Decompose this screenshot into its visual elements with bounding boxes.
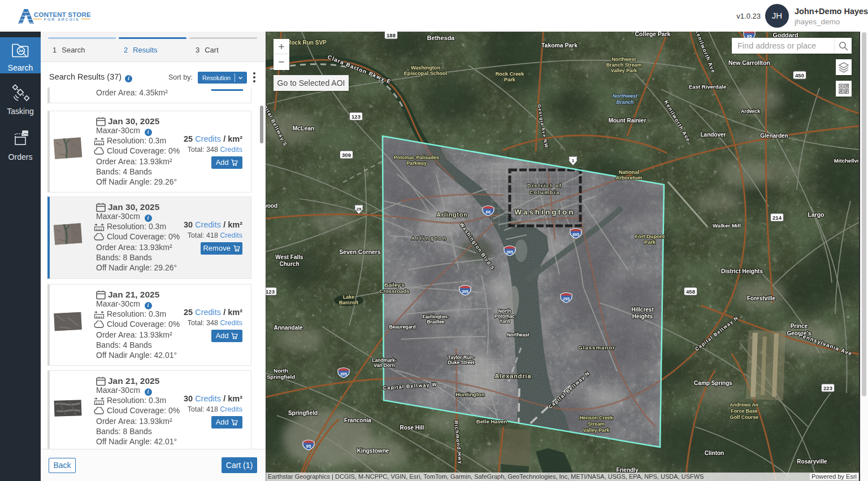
svg-text:McLean: McLean	[293, 125, 315, 132]
svg-text:North: North	[274, 368, 288, 374]
svg-text:Force Base: Force Base	[731, 408, 758, 414]
svg-text:Park: Park	[504, 77, 516, 82]
svg-text:1: 1	[572, 158, 575, 163]
svg-text:Northeast: Northeast	[507, 332, 530, 338]
svg-text:Alexandria: Alexandria	[494, 373, 531, 379]
svg-text:Walker Mill: Walker Mill	[713, 222, 741, 229]
svg-text:395: 395	[506, 250, 513, 254]
svg-text:Northwest: Northwest	[611, 56, 636, 62]
svg-text:Clinton: Clinton	[705, 450, 724, 456]
svg-text:Forestville: Forestville	[747, 295, 775, 301]
svg-text:Bradlee: Bradlee	[427, 319, 444, 325]
svg-text:Columbia: Columbia	[530, 190, 561, 195]
svg-text:Annandale: Annandale	[274, 325, 303, 331]
svg-text:Huntington: Huntington	[455, 391, 484, 397]
svg-text:District Heights: District Heights	[721, 268, 763, 274]
svg-text:Rock Creek: Rock Creek	[496, 71, 524, 77]
svg-text:95: 95	[306, 444, 311, 449]
svg-text:Fort Dupont: Fort Dupont	[635, 234, 665, 239]
svg-text:Valley Park: Valley Park	[583, 427, 610, 433]
svg-text:309: 309	[342, 152, 351, 158]
svg-text:29: 29	[357, 207, 362, 212]
svg-text:National: National	[619, 169, 639, 175]
svg-text:Camp Springs: Camp Springs	[694, 380, 732, 386]
svg-text:395: 395	[340, 372, 347, 376]
svg-text:395: 395	[462, 290, 468, 294]
svg-text:Springfield: Springfield	[288, 410, 318, 416]
svg-text:Andrews Air: Andrews Air	[730, 402, 759, 408]
svg-text:Washington: Washington	[411, 65, 441, 71]
svg-text:Rock Run SVP: Rock Run SVP	[287, 40, 327, 46]
svg-text:Crossroads: Crossroads	[379, 288, 409, 294]
svg-text:Belle Haven: Belle Haven	[476, 418, 507, 425]
svg-text:Beauregard: Beauregard	[389, 324, 415, 330]
svg-text:Stream: Stream	[588, 421, 605, 427]
svg-text:458: 458	[686, 288, 695, 295]
svg-text:Rose Hill: Rose Hill	[400, 425, 424, 431]
svg-text:Duke Street: Duke Street	[448, 360, 474, 365]
svg-text:Heights: Heights	[632, 313, 653, 320]
svg-text:Ardwick: Ardwick	[741, 108, 760, 114]
svg-text:West Falls: West Falls	[275, 254, 303, 260]
svg-text:Franconia: Franconia	[344, 417, 371, 423]
svg-text:Kingstowne: Kingstowne	[357, 448, 389, 454]
svg-text:214: 214	[772, 215, 782, 221]
svg-text:Largo: Largo	[808, 212, 824, 218]
svg-text:Potomac Palisades: Potomac Palisades	[394, 155, 439, 160]
svg-text:Yard: Yard	[500, 318, 510, 324]
svg-text:Henson Creek: Henson Creek	[579, 415, 613, 421]
svg-text:Glenarden: Glenarden	[760, 133, 788, 139]
svg-text:Valley Park: Valley Park	[611, 68, 637, 73]
svg-text:223: 223	[823, 385, 832, 391]
svg-text:Bailey's: Bailey's	[384, 282, 405, 288]
svg-text:District of: District of	[527, 183, 562, 189]
svg-text:Barcroft: Barcroft	[339, 300, 358, 305]
svg-text:Takoma Park: Takoma Park	[541, 42, 578, 49]
svg-text:Prince: Prince	[791, 323, 808, 329]
svg-text:123: 123	[266, 288, 275, 295]
svg-text:Branch Stream: Branch Stream	[606, 62, 642, 68]
svg-text:Golf Course: Golf Course	[730, 414, 758, 420]
svg-text:Landover: Landover	[700, 132, 726, 138]
svg-text:66: 66	[486, 209, 491, 215]
svg-text:Episcopal School: Episcopal School	[404, 71, 448, 76]
svg-text:Rosaryville: Rosaryville	[797, 458, 827, 465]
svg-text:Mount Rainier: Mount Rainier	[609, 117, 646, 124]
svg-text:Springfield: Springfield	[267, 374, 295, 380]
svg-text:Glassmanor: Glassmanor	[578, 344, 615, 351]
svg-text:Washington: Washington	[514, 208, 575, 216]
svg-text:123: 123	[351, 113, 361, 120]
svg-text:Bethesda: Bethesda	[427, 34, 455, 41]
svg-text:Parkway: Parkway	[406, 160, 427, 166]
svg-text:wood: wood	[266, 203, 277, 209]
svg-text:Hillcrest: Hillcrest	[631, 307, 654, 313]
svg-text:Arboretum: Arboretum	[616, 175, 643, 181]
svg-text:New Carrollton: New Carrollton	[728, 60, 770, 66]
svg-text:Church: Church	[280, 261, 300, 267]
svg-text:188: 188	[387, 32, 396, 38]
svg-text:Northwest: Northwest	[613, 93, 638, 99]
svg-text:Arlington: Arlington	[411, 235, 448, 241]
svg-text:College Park: College Park	[635, 32, 671, 37]
svg-text:Lake: Lake	[343, 294, 354, 300]
svg-text:695: 695	[572, 233, 579, 237]
svg-text:Van Dorn: Van Dorn	[374, 362, 394, 368]
svg-text:Arlington: Arlington	[436, 212, 467, 218]
svg-text:Mitchellville: Mitchellville	[834, 158, 860, 164]
svg-text:295: 295	[563, 297, 570, 301]
svg-text:East Riverdale: East Riverdale	[689, 84, 726, 90]
svg-text:Park: Park	[644, 239, 656, 245]
svg-text:Branch: Branch	[616, 99, 634, 105]
svg-text:Seven Corners: Seven Corners	[339, 249, 381, 255]
svg-text:450: 450	[795, 72, 804, 78]
